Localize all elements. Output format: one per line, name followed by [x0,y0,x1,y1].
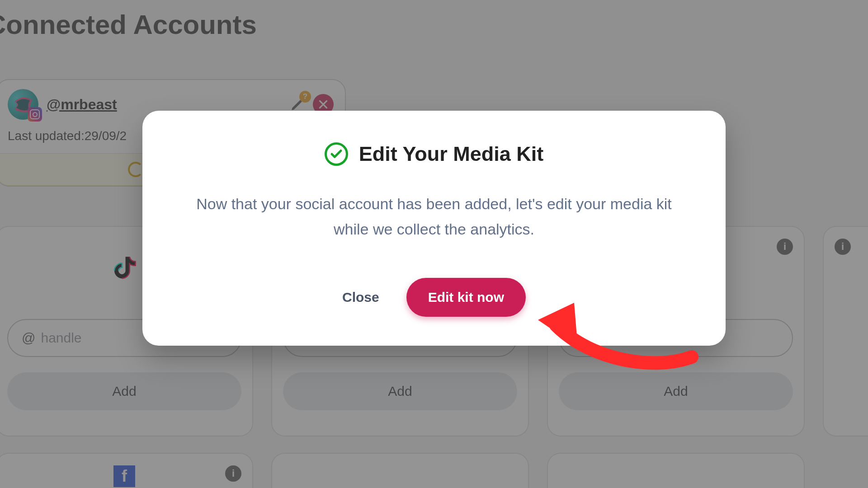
modal-body-text: Now that your social account has been ad… [183,191,685,242]
modal-title: Edit Your Media Kit [359,142,543,166]
check-circle-icon [325,142,348,166]
modal-title-row: Edit Your Media Kit [183,142,685,166]
modal-overlay[interactable]: Edit Your Media Kit Now that your social… [0,0,868,488]
modal-actions: Close Edit kit now [183,278,685,317]
edit-media-kit-modal: Edit Your Media Kit Now that your social… [142,111,726,346]
edit-kit-now-button[interactable]: Edit kit now [406,278,526,317]
close-button[interactable]: Close [342,290,379,305]
